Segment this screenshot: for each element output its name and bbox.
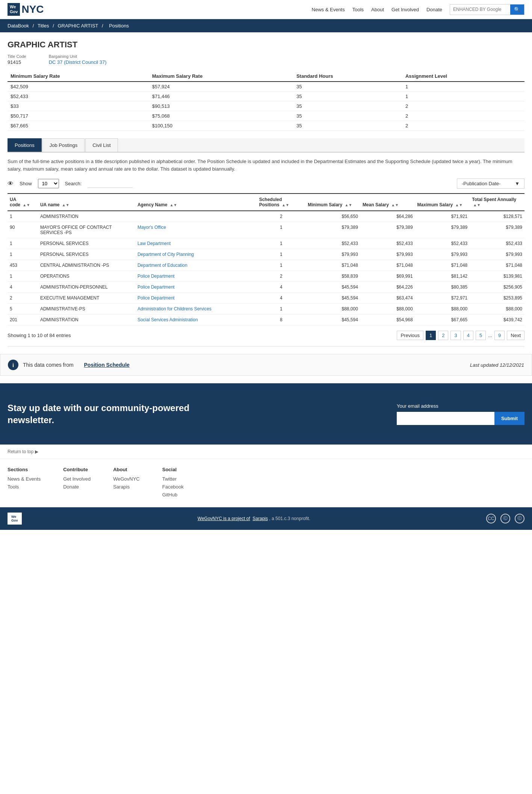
submit-button[interactable]: Submit	[494, 412, 524, 425]
col-mean-salary: Mean Salary ▲▼	[360, 194, 415, 211]
cell-agency: Department of City Planning	[135, 249, 257, 260]
search-label: Search:	[65, 181, 82, 186]
footer-link-news-events[interactable]: News & Events	[8, 476, 41, 482]
logo-nyc-text: NYC	[21, 3, 44, 15]
title-code-meta: Title Code 91415	[8, 54, 26, 65]
cell-mean-salary: $69,991	[360, 271, 415, 282]
cell-min-salary: $56,650	[305, 211, 360, 222]
nav-tools[interactable]: Tools	[352, 7, 364, 12]
cell-ua-code: 1	[8, 249, 38, 260]
footer-link-twitter[interactable]: Twitter	[162, 476, 184, 482]
site-logo[interactable]: WeGov NYC	[8, 3, 44, 16]
page-3-button[interactable]: 3	[450, 331, 461, 340]
cell-min-salary: $58,839	[305, 271, 360, 282]
page-4-button[interactable]: 4	[463, 331, 473, 340]
bargaining-link[interactable]: DC 37 (District Council 37)	[49, 59, 107, 65]
position-schedule-link[interactable]: Position Schedule	[84, 362, 130, 368]
pagination: Previous 1 2 3 4 5 ... 9 Next	[397, 331, 524, 340]
prev-button[interactable]: Previous	[397, 331, 423, 340]
cell-ua-code: 5	[8, 304, 38, 315]
controls-row: 👁 Show 10 25 50 100 Search: -Publication…	[8, 178, 524, 189]
title-code-value: 91415	[8, 59, 26, 65]
nav-donate[interactable]: Donate	[426, 7, 442, 12]
cell-max-salary: $79,993	[415, 249, 470, 260]
agency-link[interactable]: Social Services Administration	[138, 317, 198, 322]
footer-section-social: Social Twitter Facebook GitHub	[162, 467, 184, 500]
col-ua-code: UAcode ▲▼	[8, 194, 38, 211]
footer-link-github[interactable]: GitHub	[162, 492, 184, 498]
nav-about[interactable]: About	[371, 7, 384, 12]
cell-max-salary: $71,048	[415, 260, 470, 271]
page-9-button[interactable]: 9	[494, 331, 505, 340]
page-2-button[interactable]: 2	[438, 331, 448, 340]
salary-level: 2	[402, 111, 524, 121]
cell-total-annually: $71,048	[470, 260, 524, 271]
table-row: 1 ADMINISTRATION 2 $56,650 $64,286 $71,9…	[8, 211, 524, 222]
email-input[interactable]	[397, 412, 494, 425]
agency-link[interactable]: Law Department	[138, 241, 171, 246]
salary-level: 2	[402, 121, 524, 131]
agency-link[interactable]: Department of Education	[138, 263, 187, 268]
search-input[interactable]	[450, 5, 510, 14]
cell-scheduled: 1	[257, 222, 306, 238]
newsletter-form-row: Submit	[397, 412, 524, 425]
cell-mean-salary: $63,474	[360, 293, 415, 304]
salary-level: 1	[402, 92, 524, 101]
breadcrumb-graphic-artist[interactable]: GRAPHIC ARTIST	[57, 23, 98, 29]
nav-news-events[interactable]: News & Events	[312, 7, 345, 12]
footer-link-facebook[interactable]: Facebook	[162, 484, 184, 490]
cell-mean-salary: $64,226	[360, 282, 415, 293]
tab-civil-list[interactable]: Civil List	[85, 138, 118, 152]
tab-job-postings[interactable]: Job Postings	[42, 138, 85, 152]
cell-ua-code: 201	[8, 315, 38, 325]
agency-link[interactable]: Administration for Childrens Services	[138, 306, 212, 312]
table-search-input[interactable]	[88, 180, 133, 188]
cell-min-salary: $71,048	[305, 260, 360, 271]
breadcrumb-databook[interactable]: DataBook	[8, 23, 29, 29]
agency-link[interactable]: Police Department	[138, 274, 175, 279]
salary-hours: 35	[293, 101, 402, 111]
next-button[interactable]: Next	[507, 331, 524, 340]
cell-max-salary: $81,142	[415, 271, 470, 282]
cell-ua-name: ADMINISTRATION	[38, 315, 135, 325]
footer-wegovnyc-link[interactable]: WeGovNYC is a project of	[198, 516, 250, 521]
cell-ua-code: 1	[8, 211, 38, 222]
footer-icons: CC Ⓒ Ⓒ	[486, 514, 524, 523]
table-row: 1 PERSONAL SERVICES Department of City P…	[8, 249, 524, 260]
top-nav: WeGov NYC News & Events Tools About Get …	[0, 0, 532, 19]
cell-agency: Police Department	[135, 293, 257, 304]
breadcrumb-titles[interactable]: Titles	[38, 23, 49, 29]
tab-positions[interactable]: Positions	[8, 138, 42, 152]
footer-link-sarapis[interactable]: Sarapis	[113, 484, 140, 490]
pub-date-dropdown[interactable]: -Publication Date- ▼	[457, 178, 524, 189]
agency-link[interactable]: Mayor's Office	[138, 225, 166, 230]
footer-bottom: WeGov WeGovNYC is a project of Sarapis ,…	[0, 507, 532, 530]
agency-link[interactable]: Police Department	[138, 295, 175, 301]
cell-agency: Mayor's Office	[135, 222, 257, 238]
meta-row: Title Code 91415 Bargaining Unit DC 37 (…	[8, 54, 524, 65]
agency-link[interactable]: Department of City Planning	[138, 252, 194, 257]
salary-hours: 35	[293, 111, 402, 121]
page-5-button[interactable]: 5	[476, 331, 486, 340]
cell-agency: Administration for Childrens Services	[135, 304, 257, 315]
show-select[interactable]: 10 25 50 100	[38, 179, 59, 188]
table-row: 1 OPERATIONS Police Department 2 $58,839…	[8, 271, 524, 282]
footer-link-wegovnyc[interactable]: WeGovNYC	[113, 476, 140, 482]
footer-links: Sections News & Events Tools Contribute …	[0, 459, 532, 507]
return-top-link[interactable]: Return to top ▶	[8, 449, 38, 454]
agency-link[interactable]: Police Department	[138, 284, 175, 290]
footer-link-donate[interactable]: Donate	[63, 484, 91, 490]
footer-link-tools[interactable]: Tools	[8, 484, 41, 490]
nav-get-involved[interactable]: Get Involved	[391, 7, 419, 12]
footer-sarapis-link[interactable]: Sarapis	[252, 516, 268, 521]
cell-total-annually: $256,905	[470, 282, 524, 293]
cell-total-annually: $79,389	[470, 222, 524, 238]
search-button[interactable]: 🔍	[510, 5, 524, 15]
footer-link-get-involved[interactable]: Get Involved	[63, 476, 91, 482]
cell-ua-name: ADMINISTRATIVE-PS	[38, 304, 135, 315]
page-1-button[interactable]: 1	[426, 331, 436, 340]
salary-max: $100,150	[149, 121, 293, 131]
salary-min: $50,717	[8, 111, 149, 121]
salary-row: $42,509 $57,924 35 1	[8, 82, 524, 92]
cell-ua-name: PERSONAL SERVICES	[38, 238, 135, 249]
